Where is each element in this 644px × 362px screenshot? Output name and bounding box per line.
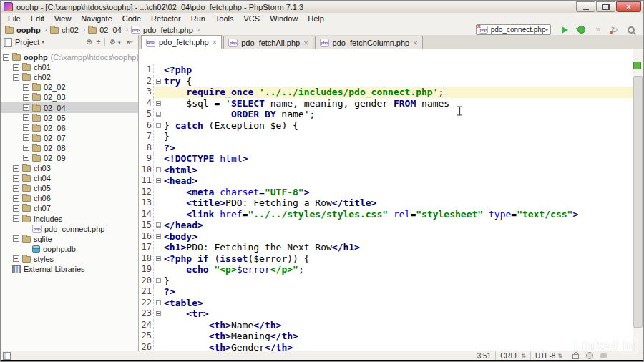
- menu-item-code[interactable]: Code: [117, 13, 146, 24]
- code-line-25[interactable]: 25 <th>Meaning</th>: [139, 331, 643, 342]
- fold-end-icon[interactable]: [156, 123, 161, 128]
- code-line-26[interactable]: 26 <th>Gender</th>: [139, 342, 643, 351]
- expand-toggle-icon[interactable]: +: [13, 195, 19, 202]
- title-bar[interactable]: oophp - [C:\xampp\htdocs\oophp] - ...\ch…: [1, 1, 643, 14]
- code-line-19[interactable]: 19 echo "<p>$error</p>";: [139, 264, 643, 275]
- tree-item-includes[interactable]: −includes: [1, 214, 138, 224]
- expand-toggle-icon[interactable]: +: [13, 205, 19, 212]
- code-line-23[interactable]: 23 <tr>: [139, 308, 643, 320]
- tree-item-ch07[interactable]: +ch07: [1, 203, 138, 213]
- menu-item-view[interactable]: View: [49, 13, 77, 24]
- breadcrumb-item-pdo_fetch.php[interactable]: pdo_fetch.php: [131, 26, 193, 34]
- code-line-13[interactable]: 13 <title>PDO: Fetching a Row</title>: [139, 197, 643, 209]
- code-line-12[interactable]: 12 <meta charset="UTF-8">: [139, 187, 643, 198]
- tree-item-02_05[interactable]: +02_05: [1, 113, 138, 123]
- menu-item-refactor[interactable]: Refactor: [146, 13, 186, 24]
- fold-collapse-icon[interactable]: [156, 167, 161, 172]
- line-number[interactable]: 5: [139, 109, 154, 120]
- breadcrumb-item-oophp[interactable]: oophp: [5, 26, 41, 34]
- code-line-11[interactable]: 11<head>: [139, 175, 643, 187]
- fold-gutter[interactable]: [154, 109, 164, 120]
- line-number[interactable]: 21: [139, 286, 154, 298]
- code-line-9[interactable]: 9<!DOCTYPE html>: [139, 153, 643, 165]
- tree-item-ch04[interactable]: +ch04: [1, 173, 138, 183]
- expand-toggle-icon[interactable]: +: [23, 114, 29, 121]
- expand-toggle-icon[interactable]: +: [23, 94, 29, 101]
- close-button[interactable]: [616, 1, 641, 12]
- tree-item-02_08[interactable]: +02_08: [1, 143, 138, 153]
- code-line-10[interactable]: 10<html>: [139, 165, 643, 176]
- locate-target-icon[interactable]: ⊕: [86, 38, 92, 46]
- line-number[interactable]: 6: [139, 120, 154, 132]
- expand-toggle-icon[interactable]: +: [13, 64, 19, 71]
- editor-scrollbar[interactable]: [633, 49, 643, 351]
- expand-toggle-icon[interactable]: +: [23, 124, 29, 131]
- fold-collapse-icon[interactable]: [156, 178, 161, 183]
- menu-item-run[interactable]: Run: [186, 13, 210, 24]
- line-number[interactable]: 23: [139, 308, 154, 320]
- line-number[interactable]: 17: [139, 242, 154, 253]
- debug-button[interactable]: [577, 25, 586, 34]
- run-config-select[interactable]: pdo_connect.php ▾: [476, 24, 551, 35]
- tree-item-02_02[interactable]: +02_02: [1, 82, 138, 92]
- code-line-14[interactable]: 14 <link href="../../styles/styles.css" …: [139, 209, 643, 220]
- run-with-coverage-button[interactable]: »: [593, 25, 602, 34]
- fold-end-icon[interactable]: [156, 112, 161, 117]
- editor[interactable]: 1<?php2try {3 require_once '../../includ…: [139, 49, 643, 351]
- fold-end-icon[interactable]: [156, 222, 161, 228]
- caret-position[interactable]: 3:51: [473, 351, 495, 360]
- line-number[interactable]: 1: [139, 64, 154, 76]
- tree-item-ch06[interactable]: +ch06: [1, 193, 138, 203]
- close-icon[interactable]: ×: [303, 39, 308, 47]
- line-number[interactable]: 7: [139, 131, 154, 142]
- line-number[interactable]: 9: [139, 153, 154, 165]
- toolwindow-toggle-icon[interactable]: [3, 352, 11, 360]
- code-line-24[interactable]: 24 <th>Name</th>: [139, 320, 643, 331]
- tree-item-02_03[interactable]: +02_03: [1, 92, 138, 102]
- write-lock-icon[interactable]: [572, 354, 579, 359]
- fold-collapse-icon[interactable]: [156, 300, 161, 305]
- gear-icon[interactable]: ⚙▾: [109, 38, 122, 46]
- collapse-toggle-icon[interactable]: −: [13, 235, 19, 242]
- collapse-all-icon[interactable]: ÷: [97, 38, 101, 46]
- code-line-7[interactable]: 7}: [139, 131, 643, 142]
- fold-gutter[interactable]: [154, 98, 164, 109]
- line-number[interactable]: 3: [139, 87, 154, 98]
- line-number[interactable]: 12: [139, 187, 154, 198]
- fold-collapse-icon[interactable]: [156, 256, 161, 261]
- tab-pdo_fetchcolumn-php[interactable]: pdo_fetchColumn.php×: [315, 36, 423, 49]
- code-line-22[interactable]: 22<table>: [139, 298, 643, 309]
- fold-end-icon[interactable]: [156, 278, 161, 283]
- fold-collapse-icon[interactable]: [156, 101, 161, 106]
- code-line-21[interactable]: 21?>: [139, 286, 643, 298]
- tree-item-oophp-db[interactable]: oophp.db: [1, 244, 138, 254]
- line-number[interactable]: 15: [139, 220, 154, 231]
- fold-gutter[interactable]: [154, 76, 164, 87]
- code-line-4[interactable]: 4 $sql = 'SELECT name, meaning, gender F…: [139, 98, 643, 109]
- menu-item-help[interactable]: Help: [303, 13, 329, 24]
- line-number[interactable]: 22: [139, 298, 154, 309]
- tree-item-oophp[interactable]: −oophp(C:\xampp\htdocs\oophp): [1, 52, 138, 62]
- search-everywhere-button[interactable]: [626, 25, 635, 34]
- breadcrumb-item-ch02[interactable]: ch02: [50, 26, 79, 34]
- code-line-17[interactable]: 17<h1>PDO: Fetching the Next Row</h1>: [139, 242, 643, 253]
- tree-item-pdo_connect-php[interactable]: pdo_connect.php: [1, 224, 138, 234]
- menu-item-edit[interactable]: Edit: [26, 13, 49, 24]
- collapse-toggle-icon[interactable]: −: [3, 54, 9, 61]
- tab-pdo_fetch-php[interactable]: pdo_fetch.php×: [141, 35, 222, 49]
- collapse-toggle-icon[interactable]: −: [13, 215, 19, 222]
- fold-gutter[interactable]: [154, 120, 164, 132]
- line-number[interactable]: 16: [139, 231, 154, 243]
- encoding-widget[interactable]: UTF-8 ⇅: [531, 351, 567, 360]
- tree-item-ch01[interactable]: +ch01: [1, 62, 138, 72]
- code-line-8[interactable]: 8?>: [139, 142, 643, 154]
- inspections-profile-icon[interactable]: [586, 352, 593, 359]
- expand-toggle-icon[interactable]: +: [23, 134, 29, 141]
- collapse-toggle-icon[interactable]: −: [13, 74, 19, 81]
- code-line-5[interactable]: 5 ORDER BY name';: [139, 109, 643, 120]
- line-number[interactable]: 8: [139, 142, 154, 154]
- menu-item-tools[interactable]: Tools: [210, 13, 239, 24]
- code-line-15[interactable]: 15</head>: [139, 220, 643, 231]
- line-number[interactable]: 26: [139, 342, 154, 351]
- code-line-18[interactable]: 18<?php if (isset($error)) {: [139, 253, 643, 265]
